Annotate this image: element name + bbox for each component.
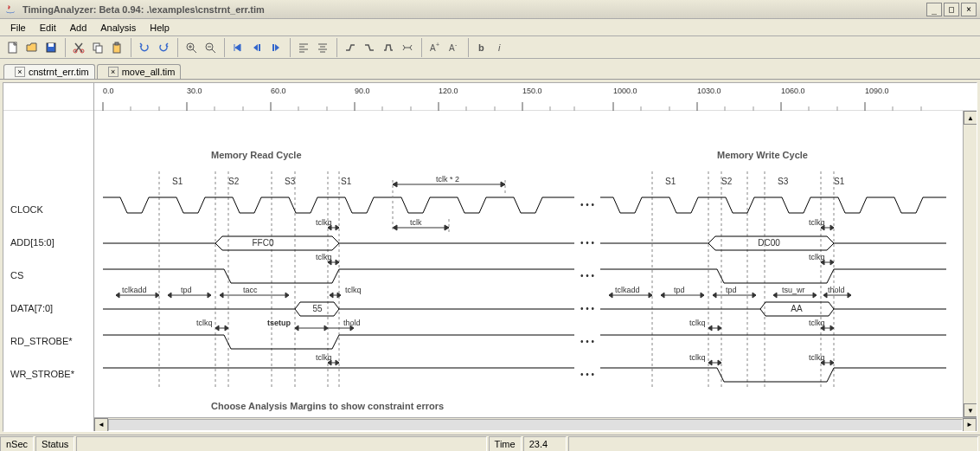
close-button[interactable]: ×	[961, 3, 977, 16]
signal-add[interactable]: ADD[15:0]	[10, 237, 54, 248]
svg-text:b: b	[478, 42, 484, 53]
svg-text:tclkq: tclkq	[316, 353, 332, 362]
svg-text:S1: S1	[834, 177, 845, 186]
svg-text:• • •: • • •	[580, 370, 595, 379]
open-icon[interactable]	[22, 38, 42, 57]
svg-text:• • •: • • •	[580, 304, 595, 313]
svg-text:Memory Write Cycle: Memory Write Cycle	[717, 150, 808, 160]
bold-icon[interactable]: b	[472, 38, 491, 57]
svg-text:0.0: 0.0	[103, 87, 114, 95]
svg-rect-8	[115, 42, 118, 45]
wave-fall-icon[interactable]	[360, 38, 379, 57]
waveform-canvas[interactable]: Memory Read Cycle Memory Write Cycle Cho…	[94, 111, 977, 431]
svg-text:150.0: 150.0	[522, 87, 542, 95]
signal-wrstrobe[interactable]: WR_STROBE*	[10, 369, 74, 379]
undo-icon[interactable]	[135, 38, 154, 57]
svg-text:tclkq: tclkq	[316, 218, 332, 227]
svg-text:tclkq: tclkq	[809, 253, 825, 261]
horizontal-scrollbar[interactable]: ◄ ►	[94, 417, 977, 431]
tab-bar: × cnstrnt_err.tim × move_all.tim	[0, 59, 980, 80]
menu-help[interactable]: Help	[143, 21, 176, 35]
svg-text:S2: S2	[228, 177, 240, 186]
svg-text:FFC0: FFC0	[253, 238, 274, 248]
signal-data[interactable]: DATA[7:0]	[10, 303, 53, 313]
svg-rect-11	[259, 44, 260, 51]
svg-text:thold: thold	[343, 319, 361, 327]
tab-close-icon[interactable]: ×	[15, 67, 25, 77]
svg-text:tclkq: tclkq	[809, 218, 825, 227]
scroll-left-icon[interactable]: ◄	[94, 418, 108, 432]
tab-close-icon[interactable]: ×	[108, 67, 118, 77]
svg-text:S1: S1	[341, 177, 352, 186]
zoom-in-icon[interactable]	[182, 38, 201, 57]
italic-icon[interactable]: i	[491, 38, 510, 57]
maximize-button[interactable]: □	[944, 3, 959, 16]
scroll-right-icon[interactable]: ►	[963, 418, 977, 432]
menu-analysis[interactable]: Analysis	[93, 21, 143, 35]
scroll-track[interactable]	[108, 419, 963, 431]
svg-text:tpd: tpd	[674, 286, 685, 294]
waveform-area[interactable]: 0.0 30.0 60.0 90.0 120.0 150.0	[94, 83, 977, 431]
new-icon[interactable]	[3, 38, 22, 57]
step-fwd-icon[interactable]	[266, 38, 285, 57]
svg-text:90.0: 90.0	[355, 87, 370, 95]
redo-icon[interactable]	[154, 38, 173, 57]
toolbar: A+ A- b i	[0, 36, 980, 59]
status-time-label: Time	[489, 436, 522, 452]
menubar: File Edit Add Analysis Help	[0, 19, 980, 36]
cut-icon[interactable]	[69, 38, 88, 57]
align-center-icon[interactable]	[313, 38, 332, 57]
svg-text:Choose Analysis Margins to sho: Choose Analysis Margins to show constrai…	[211, 401, 444, 411]
svg-text:+: +	[436, 42, 439, 48]
tab-label: move_all.tim	[122, 67, 176, 77]
zoom-out-icon[interactable]	[201, 38, 220, 57]
font-inc-icon[interactable]: A+	[426, 38, 445, 57]
vertical-scrollbar[interactable]: ▲ ▼	[963, 111, 977, 417]
svg-text:• • •: • • •	[580, 271, 595, 280]
svg-text:tclkq: tclkq	[689, 319, 706, 327]
tab-move-all[interactable]: × move_all.tim	[97, 64, 182, 79]
svg-text:• • •: • • •	[580, 337, 595, 346]
copy-icon[interactable]	[88, 38, 107, 57]
svg-text:tclkq: tclkq	[316, 253, 332, 261]
svg-text:• • •: • • •	[580, 200, 595, 209]
font-dec-icon[interactable]: A-	[445, 38, 464, 57]
scroll-down-icon[interactable]: ▼	[964, 403, 977, 417]
svg-text:tclk * 2: tclk * 2	[436, 175, 459, 184]
goto-start-icon[interactable]	[228, 38, 247, 57]
menu-add[interactable]: Add	[63, 21, 94, 35]
signal-clock[interactable]: CLOCK	[10, 204, 43, 215]
wave-rise-icon[interactable]	[341, 38, 360, 57]
scroll-up-icon[interactable]: ▲	[964, 111, 977, 125]
titlebar: TimingAnalyzer: Beta 0.94: .\examples\cn…	[0, 0, 980, 19]
svg-text:1030.0: 1030.0	[697, 87, 721, 95]
minimize-button[interactable]: _	[926, 3, 942, 16]
signal-rdstrobe[interactable]: RD_STROBE*	[10, 336, 73, 346]
menu-file[interactable]: File	[3, 21, 33, 35]
signal-cs[interactable]: CS	[10, 270, 23, 280]
java-icon	[3, 3, 17, 16]
svg-text:1060.0: 1060.0	[781, 87, 805, 95]
wave-bus-icon[interactable]	[398, 38, 417, 57]
align-left-icon[interactable]	[294, 38, 313, 57]
status-unit: nSec	[0, 436, 34, 452]
svg-text:tclkq: tclkq	[809, 353, 825, 362]
svg-text:30.0: 30.0	[187, 87, 202, 95]
svg-text:60.0: 60.0	[271, 87, 286, 95]
tab-cnstrnt-err[interactable]: × cnstrnt_err.tim	[3, 64, 95, 79]
svg-text:tsetup: tsetup	[267, 319, 291, 327]
status-time-value: 23.4	[523, 436, 567, 452]
paste-icon[interactable]	[107, 38, 126, 57]
step-back-icon[interactable]	[247, 38, 266, 57]
main-panel: CLOCK ADD[15:0] CS DATA[7:0] RD_STROBE* …	[3, 82, 977, 432]
signal-names-panel: CLOCK ADD[15:0] CS DATA[7:0] RD_STROBE* …	[3, 83, 94, 431]
svg-text:55: 55	[312, 304, 323, 313]
menu-edit[interactable]: Edit	[33, 21, 63, 35]
window-title: TimingAnalyzer: Beta 0.94: .\examples\cn…	[22, 4, 925, 15]
svg-text:tpd: tpd	[726, 286, 737, 294]
wave-pulse-icon[interactable]	[379, 38, 398, 57]
save-icon[interactable]	[42, 38, 61, 57]
svg-text:Memory Read Cycle: Memory Read Cycle	[211, 150, 302, 160]
svg-text:S3: S3	[285, 177, 296, 186]
svg-text:AA: AA	[791, 304, 803, 313]
